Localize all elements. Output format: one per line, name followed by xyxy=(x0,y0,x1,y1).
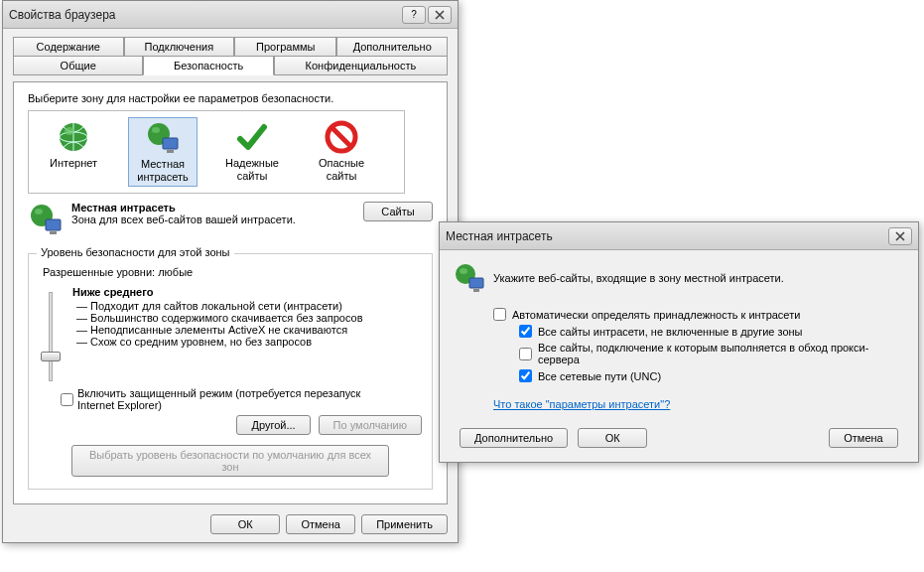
security-level-group: Уровень безопасности для этой зоны Разре… xyxy=(28,253,433,490)
tab-advanced[interactable]: Дополнительно xyxy=(336,37,448,57)
reset-all-zones-button[interactable]: Выбрать уровень безопасности по умолчани… xyxy=(71,445,389,477)
prohibited-icon xyxy=(324,119,359,155)
checkmark-icon xyxy=(234,119,270,155)
protected-mode-label: Включить защищенный режим (потребуется п… xyxy=(77,387,395,411)
allowed-levels-text: Разрешенные уровни: любые xyxy=(43,266,422,278)
sub2-input[interactable] xyxy=(519,348,532,360)
close-button[interactable] xyxy=(888,227,912,245)
dialog-header: Укажите веб-сайты, входящие в зону местн… xyxy=(454,262,904,294)
auto-detect-label: Автоматически определять принадлежность … xyxy=(512,309,800,321)
zone-label: Надежные сайты xyxy=(219,157,285,183)
security-panel: Выберите зону для настройки ее параметро… xyxy=(13,81,448,504)
svg-line-8 xyxy=(332,128,350,146)
groupbox-title: Уровень безопасности для этой зоны xyxy=(37,246,234,258)
globe-monitor-icon xyxy=(28,202,64,237)
sub1-input[interactable] xyxy=(519,325,532,338)
include-not-other-zones-checkbox[interactable]: Все сайты интрасети, не включенные в дру… xyxy=(519,325,904,338)
level-name: Ниже среднего xyxy=(72,286,422,298)
zones-box: Интернет Местная интрасеть Надежные сайт… xyxy=(28,110,405,194)
auto-detect-checkbox[interactable]: Автоматически определять принадлежность … xyxy=(493,308,904,321)
unc-paths-checkbox[interactable]: Все сетевые пути (UNC) xyxy=(519,369,904,382)
window-title: Свойства браузера xyxy=(9,8,402,22)
svg-point-10 xyxy=(35,209,43,214)
cancel-button[interactable]: Отмена xyxy=(286,514,355,534)
browser-properties-window: Свойства браузера ? Содержание Подключен… xyxy=(2,0,459,543)
intranet-settings-link[interactable]: Что такое "параметры интрасети"? xyxy=(493,398,670,410)
help-button[interactable]: ? xyxy=(402,6,426,24)
zones-instruction: Выберите зону для настройки ее параметро… xyxy=(28,92,433,104)
zone-internet[interactable]: Интернет xyxy=(39,117,108,172)
level-bullet: — Подходит для сайтов локальной сети (ин… xyxy=(76,300,422,312)
zone-restricted[interactable]: Опасные сайты xyxy=(307,117,376,185)
svg-rect-5 xyxy=(163,138,178,149)
auto-detect-input[interactable] xyxy=(493,308,506,321)
cancel-button[interactable]: Отмена xyxy=(829,428,898,448)
dialog-buttons: ОК Отмена Применить xyxy=(13,514,448,534)
svg-point-4 xyxy=(152,127,160,133)
svg-rect-11 xyxy=(46,219,61,230)
tab-security[interactable]: Безопасность xyxy=(143,56,273,75)
security-level-slider[interactable] xyxy=(39,292,63,381)
svg-rect-6 xyxy=(167,150,174,153)
local-intranet-dialog: Местная интрасеть Укажите веб-сайты, вхо… xyxy=(439,221,919,463)
zone-description: Зона для всех веб-сайтов вашей интрасети… xyxy=(71,214,355,225)
default-level-button[interactable]: По умолчанию xyxy=(319,415,422,435)
ok-button[interactable]: ОК xyxy=(578,428,647,448)
level-bullet: — Неподписанные элементы ActiveX не скач… xyxy=(76,324,422,336)
zone-label: Местная интрасеть xyxy=(131,158,195,184)
tab-connections[interactable]: Подключения xyxy=(124,37,235,57)
sub3-input[interactable] xyxy=(519,369,532,382)
globe-icon xyxy=(56,119,91,155)
dialog-instruction: Укажите веб-сайты, входящие в зону местн… xyxy=(493,272,784,284)
slider-thumb[interactable] xyxy=(41,352,61,361)
globe-monitor-icon xyxy=(145,120,181,156)
sub3-label: Все сетевые пути (UNC) xyxy=(538,370,661,382)
apply-button[interactable]: Применить xyxy=(361,514,448,534)
tab-programs[interactable]: Программы xyxy=(234,37,336,57)
svg-rect-16 xyxy=(473,289,479,292)
tab-general[interactable]: Общие xyxy=(13,56,143,75)
zone-description-row: Местная интрасеть Зона для всех веб-сайт… xyxy=(28,202,433,237)
sub2-label: Все сайты, подключение к которым выполня… xyxy=(538,342,904,365)
bypass-proxy-checkbox[interactable]: Все сайты, подключение к которым выполня… xyxy=(519,342,904,365)
sub1-label: Все сайты интрасети, не включенные в дру… xyxy=(538,326,803,338)
zone-title: Местная интрасеть xyxy=(71,202,355,214)
svg-rect-12 xyxy=(50,231,57,234)
level-bullet: — Большинство содержимого скачивается бе… xyxy=(76,312,422,324)
tab-content[interactable]: Содержание xyxy=(13,37,124,57)
svg-point-14 xyxy=(460,268,467,274)
tab-privacy[interactable]: Конфиденциальность xyxy=(274,56,448,75)
zone-label: Опасные сайты xyxy=(309,157,374,183)
protected-mode-checkbox[interactable]: Включить защищенный режим (потребуется п… xyxy=(61,387,422,411)
ok-button[interactable]: ОК xyxy=(210,514,280,534)
sites-button[interactable]: Сайты xyxy=(363,202,433,221)
custom-level-button[interactable]: Другой... xyxy=(236,415,310,435)
close-button[interactable] xyxy=(428,6,452,24)
zone-label: Интернет xyxy=(50,157,97,170)
zone-local-intranet[interactable]: Местная интрасеть xyxy=(128,117,198,187)
titlebar[interactable]: Свойства браузера ? xyxy=(3,1,458,29)
protected-mode-input[interactable] xyxy=(61,393,73,406)
window-title: Местная интрасеть xyxy=(446,229,888,243)
globe-monitor-icon xyxy=(454,262,485,294)
svg-point-2 xyxy=(65,127,74,135)
titlebar[interactable]: Местная интрасеть xyxy=(440,222,918,250)
svg-rect-15 xyxy=(469,278,483,288)
advanced-button[interactable]: Дополнительно xyxy=(460,428,568,448)
dialog-buttons: Дополнительно ОК Отмена xyxy=(454,428,904,448)
zone-trusted[interactable]: Надежные сайты xyxy=(217,117,287,185)
level-bullet: — Схож со средним уровнем, но без запрос… xyxy=(76,336,422,348)
